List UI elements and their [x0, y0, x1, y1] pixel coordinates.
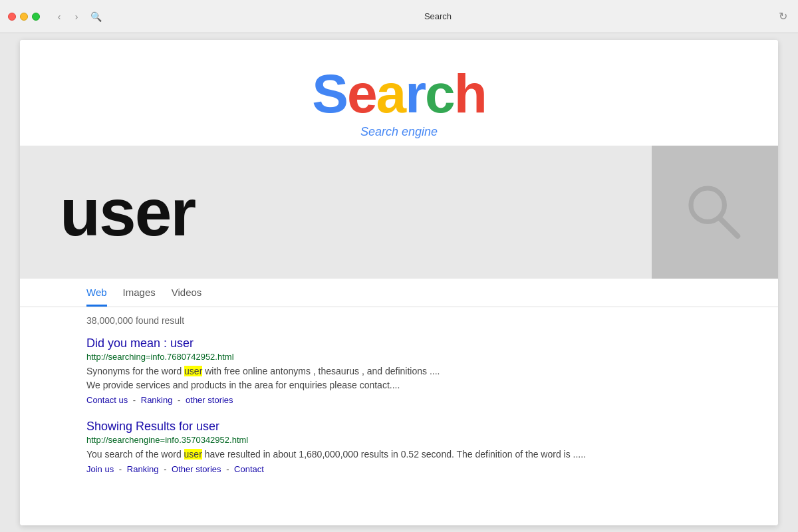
- logo-letter-c: c: [425, 63, 454, 124]
- highlight-word: user: [184, 366, 202, 376]
- link-separator: -: [133, 395, 136, 405]
- address-bar-area: 🔍 Search: [90, 11, 769, 22]
- logo-area: Search Search engine: [20, 40, 778, 146]
- logo-letter-S: S: [312, 63, 347, 124]
- result-link-contact[interactable]: Contact us: [86, 395, 128, 405]
- search-button-area[interactable]: [652, 146, 778, 279]
- tab-videos[interactable]: Videos: [172, 287, 202, 307]
- svg-line-1: [720, 218, 737, 236]
- page: Search Search engine user Web Images Vid…: [20, 40, 778, 525]
- highlight-word-2: user: [184, 449, 202, 460]
- result-link-other-stories-2[interactable]: Other stories: [172, 464, 221, 474]
- tab-web[interactable]: Web: [86, 287, 107, 307]
- result-count: 38,000,000 found result: [86, 315, 712, 326]
- logo-letter-a: a: [376, 63, 406, 124]
- result-links-2: Join us - Ranking - Other stories - Cont…: [86, 464, 712, 474]
- search-magnifier-icon: [685, 182, 745, 242]
- result-item: Did you mean : user http://searching=inf…: [86, 336, 712, 405]
- reload-button[interactable]: ↻: [775, 9, 790, 24]
- link-separator: -: [119, 464, 122, 474]
- tab-title: Search: [107, 11, 769, 21]
- result-snippet-2: We provide services and products in the …: [86, 378, 712, 392]
- logo-text: Search: [20, 66, 778, 121]
- link-separator: -: [164, 464, 166, 474]
- result-snippet-3: You search of the word user have resulte…: [86, 448, 712, 462]
- logo-letter-e: e: [347, 63, 376, 124]
- result-title-2[interactable]: Showing Results for user: [86, 420, 712, 434]
- browser-chrome: ‹ › 🔍 Search ↻: [0, 0, 798, 33]
- nav-buttons: ‹ ›: [52, 9, 84, 24]
- link-separator: -: [178, 395, 180, 405]
- result-link-ranking[interactable]: Ranking: [141, 395, 173, 405]
- result-item: Showing Results for user http://searchen…: [86, 420, 712, 474]
- link-separator: -: [226, 464, 229, 474]
- logo-letter-r: r: [405, 63, 425, 124]
- browser-content: Search Search engine user Web Images Vid…: [20, 40, 778, 525]
- result-links: Contact us - Ranking - other stories: [86, 395, 712, 405]
- address-search-icon: 🔍: [90, 11, 102, 22]
- tabs: Web Images Videos: [86, 287, 712, 307]
- back-button[interactable]: ‹: [52, 9, 66, 24]
- result-title[interactable]: Did you mean : user: [86, 336, 712, 350]
- result-link-ranking-2[interactable]: Ranking: [127, 464, 159, 474]
- search-query-display: user: [60, 174, 195, 251]
- result-url: http://searching=info.7680742952.html: [86, 352, 712, 362]
- minimize-button[interactable]: [20, 13, 28, 21]
- logo-subtitle: Search engine: [20, 125, 778, 139]
- result-url-2: http://searchengine=info.3570342952.html: [86, 435, 712, 445]
- close-button[interactable]: [8, 13, 16, 21]
- forward-button[interactable]: ›: [69, 9, 84, 24]
- traffic-lights: [8, 13, 40, 21]
- search-bar-left: user: [20, 146, 652, 279]
- result-snippet-1: Synonyms for the word user with free onl…: [86, 364, 712, 378]
- tabs-section: Web Images Videos: [20, 279, 778, 307]
- result-link-other-stories[interactable]: other stories: [186, 395, 233, 405]
- tab-images[interactable]: Images: [123, 287, 156, 307]
- logo-letter-h: h: [454, 63, 486, 124]
- search-bar-container: user: [20, 146, 778, 279]
- result-link-contact-2[interactable]: Contact: [234, 464, 264, 474]
- maximize-button[interactable]: [32, 13, 40, 21]
- result-link-join[interactable]: Join us: [86, 464, 114, 474]
- results-section: 38,000,000 found result Did you mean : u…: [20, 307, 778, 502]
